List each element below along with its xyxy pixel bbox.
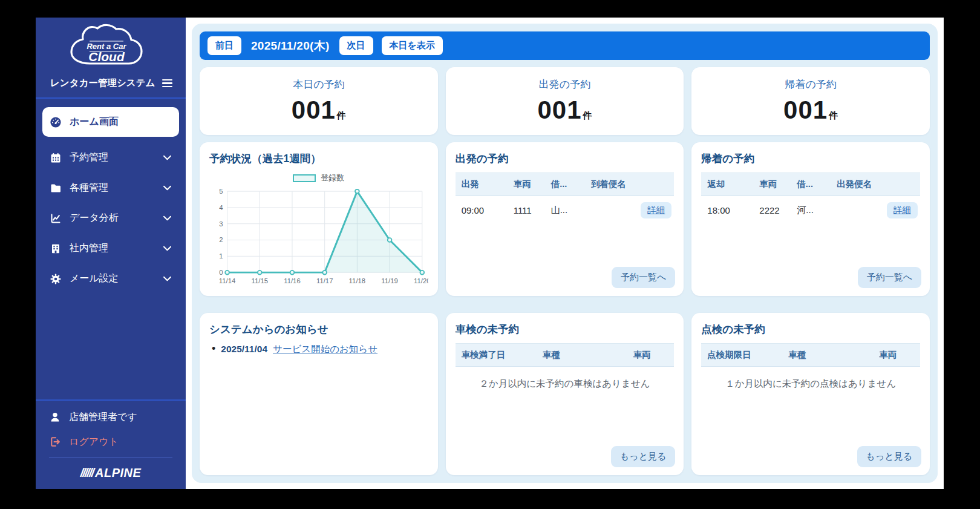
chevron-down-icon — [163, 215, 172, 222]
svg-text:2: 2 — [219, 236, 223, 243]
todays-reservations-card: 本日の予約 001 件 — [200, 67, 438, 135]
svg-text:0: 0 — [219, 269, 223, 276]
detail-link[interactable]: 詳細 — [641, 202, 671, 218]
column-header: 返却 — [701, 179, 753, 190]
return-time-cell: 18:00 — [701, 205, 753, 215]
reservation-status-chart-card: 予約状況（過去1週間） 登録数 01234511/1411/1511/1611/… — [200, 142, 438, 296]
column-header: 車種 — [782, 349, 873, 361]
shaken-empty-message: ２か月以内に未予約の車検はありません — [456, 367, 675, 390]
date-navigation-bar: 前日 2025/11/20(木) 次日 本日を表示 — [200, 31, 930, 60]
column-header: 借... — [545, 179, 585, 190]
previous-day-button[interactable]: 前日 — [207, 36, 241, 55]
chart-legend: 登録数 — [209, 172, 428, 183]
summary-card-value: 001 — [537, 97, 581, 123]
sidebar: Rent a Car Cloud レンタカー管理システム — [36, 18, 186, 489]
sidebar-item-mail-settings[interactable]: メール設定 — [42, 265, 179, 292]
tenken-title: 点検の未予約 — [701, 322, 920, 337]
summary-card-title: 帰着の予約 — [785, 77, 836, 91]
chevron-down-icon — [163, 245, 172, 252]
sidebar-item-home[interactable]: ホーム画面 — [42, 107, 179, 137]
gear-icon — [50, 273, 62, 285]
sidebar-item-label: メール設定 — [70, 272, 119, 285]
sidebar-item-label: 各種管理 — [70, 182, 108, 194]
notice-date: 2025/11/04 — [221, 344, 267, 355]
line-chart-icon — [50, 212, 62, 225]
svg-text:11/20: 11/20 — [414, 277, 428, 284]
column-header: 出発便名 — [831, 179, 872, 190]
column-header: 車両 — [873, 349, 920, 361]
current-date-label: 2025/11/20(木) — [251, 38, 330, 54]
legend-label: 登録数 — [321, 172, 344, 183]
app-window: Rent a Car Cloud レンタカー管理システム — [36, 18, 944, 489]
reservation-list-button[interactable]: 予約一覧へ — [858, 267, 921, 288]
sidebar-item-company[interactable]: 社内管理 — [42, 235, 179, 262]
svg-text:3: 3 — [219, 220, 223, 228]
returns-table-header: 返却 車両 借... 出発便名 — [701, 172, 920, 196]
sidebar-footer: 店舗管理者です ログアウト //////ALPINE — [36, 399, 186, 490]
logout-label: ログアウト — [69, 436, 119, 448]
sidebar-item-analytics[interactable]: データ分析 — [42, 205, 179, 232]
summary-card-title: 出発の予約 — [539, 77, 590, 91]
sidebar-item-reservations[interactable]: 予約管理 — [42, 144, 179, 171]
svg-text:1: 1 — [219, 252, 223, 260]
user-name-label: 店舗管理者です — [69, 411, 137, 424]
departure-time-cell: 09:00 — [456, 205, 508, 215]
returns-card: 帰着の予約 返却 車両 借... 出発便名 18:00 2222 河... 詳細 — [691, 142, 930, 296]
column-header: 車両 — [627, 349, 675, 361]
sidebar-item-label: 社内管理 — [70, 242, 108, 255]
show-today-button[interactable]: 本日を表示 — [382, 36, 443, 55]
sidebar-item-label: ホーム画面 — [70, 116, 119, 128]
reservation-list-button[interactable]: 予約一覧へ — [612, 267, 675, 288]
return-reservations-card: 帰着の予約 001 件 — [691, 67, 930, 135]
column-header: 車両 — [508, 179, 545, 190]
alpine-brand-logo: //////ALPINE — [36, 458, 186, 489]
bottom-card-row: システムからのお知らせ • 2025/11/04 サービス開始のお知らせ 車検の… — [200, 313, 930, 475]
column-header: 出発 — [456, 179, 508, 190]
detail-link[interactable]: 詳細 — [887, 202, 918, 218]
notices-title: システムからのお知らせ — [209, 322, 428, 337]
departures-table-row: 09:00 1111 山... 詳細 — [456, 196, 675, 222]
column-header: 借... — [791, 179, 831, 190]
hamburger-menu-icon[interactable] — [161, 78, 174, 89]
reservations-line-chart: 01234511/1411/1511/1611/1711/1811/1911/2… — [209, 186, 428, 289]
main-area: 前日 2025/11/20(木) 次日 本日を表示 本日の予約 001 件 出発… — [186, 18, 944, 489]
summary-card-unit: 件 — [337, 110, 346, 122]
chevron-down-icon — [163, 185, 172, 191]
column-header: 点検期限日 — [701, 349, 782, 361]
summary-card-title: 本日の予約 — [293, 77, 344, 91]
svg-text:11/14: 11/14 — [219, 277, 236, 284]
departures-card: 出発の予約 出発 車両 借... 到着便名 09:00 1111 山... 詳細 — [446, 142, 684, 296]
alpine-slashes: ////// — [80, 466, 93, 479]
logo-text-cloud: Cloud — [88, 50, 125, 64]
departures-table-header: 出発 車両 借... 到着便名 — [456, 172, 675, 196]
svg-text:11/16: 11/16 — [284, 277, 301, 284]
sidebar-nav: ホーム画面 予約管理 — [36, 99, 186, 399]
periodic-inspection-card: 点検の未予約 点検期限日 車種 車両 １か月以内に未予約の点検はありません もっ… — [691, 313, 930, 475]
see-more-button[interactable]: もっと見る — [857, 446, 921, 467]
vehicle-cell: 1111 — [508, 205, 545, 215]
next-day-button[interactable]: 次日 — [339, 36, 373, 55]
svg-text:4: 4 — [219, 204, 223, 211]
chevron-down-icon — [163, 275, 172, 282]
chart-card-title: 予約状況（過去1週間） — [209, 151, 428, 166]
system-notices-card: システムからのお知らせ • 2025/11/04 サービス開始のお知らせ — [200, 313, 438, 475]
logout-icon — [49, 436, 61, 448]
departure-reservations-card: 出発の予約 001 件 — [446, 67, 684, 135]
logout-button[interactable]: ログアウト — [36, 429, 186, 458]
bullet-icon: • — [212, 343, 215, 354]
sidebar-item-management[interactable]: 各種管理 — [42, 174, 179, 202]
alpine-text: ALPINE — [95, 466, 141, 479]
borrower-cell: 河... — [791, 205, 831, 216]
notice-link[interactable]: サービス開始のお知らせ — [273, 343, 377, 356]
calendar-icon — [50, 152, 62, 164]
rent-a-car-cloud-logo: Rent a Car Cloud — [65, 24, 156, 76]
see-more-button[interactable]: もっと見る — [611, 446, 675, 467]
svg-text:11/18: 11/18 — [349, 277, 366, 284]
column-header: 車検満了日 — [456, 349, 537, 361]
user-info: 店舗管理者です — [36, 401, 186, 429]
column-header: 到着便名 — [585, 179, 626, 190]
middle-card-row: 予約状況（過去1週間） 登録数 01234511/1411/1511/1611/… — [200, 142, 930, 296]
column-header: 車種 — [537, 349, 627, 361]
returns-table-row: 18:00 2222 河... 詳細 — [701, 196, 920, 222]
dashboard-icon — [50, 116, 62, 128]
